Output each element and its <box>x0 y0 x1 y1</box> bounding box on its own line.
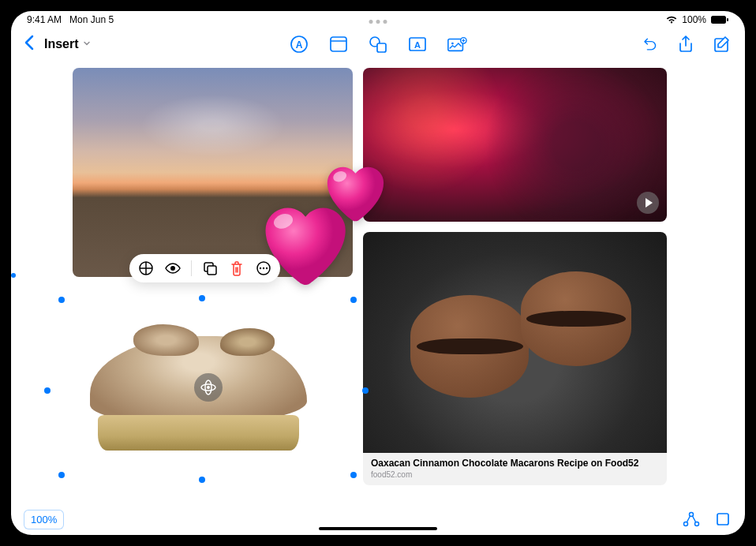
home-indicator[interactable] <box>319 527 437 530</box>
selection-handle[interactable] <box>44 387 51 394</box>
selection-handle[interactable] <box>350 297 357 303</box>
svg-rect-1 <box>727 18 728 21</box>
pie-crust <box>98 415 299 451</box>
zoom-label: 100% <box>31 514 57 525</box>
share-button[interactable] <box>676 35 696 54</box>
svg-point-28 <box>266 267 268 269</box>
svg-point-30 <box>684 522 688 526</box>
battery-icon <box>710 15 729 24</box>
fit-icon[interactable] <box>713 510 732 529</box>
svg-text:A: A <box>414 40 421 50</box>
divider <box>191 260 192 276</box>
status-date: Mon Jun 5 <box>69 14 114 25</box>
bottom-bar: 100% <box>11 503 745 535</box>
svg-point-22 <box>170 266 175 271</box>
selection-handle[interactable] <box>362 387 369 394</box>
zoom-button[interactable]: 100% <box>24 510 64 529</box>
context-toolbar <box>129 254 280 282</box>
svg-text:A: A <box>296 39 303 50</box>
wifi-icon <box>665 15 678 24</box>
battery-percent: 100% <box>682 14 706 25</box>
canvas[interactable]: Oaxacan Cinnamon Chocolate Macarons Reci… <box>11 60 745 503</box>
svg-point-26 <box>260 267 261 269</box>
selection-handle[interactable] <box>199 477 205 483</box>
link-preview-card[interactable]: Oaxacan Cinnamon Chocolate Macarons Reci… <box>363 453 667 485</box>
undo-button[interactable] <box>639 35 660 54</box>
compose-button[interactable] <box>712 35 732 54</box>
link-title: Oaxacan Cinnamon Chocolate Macarons Reci… <box>371 458 659 469</box>
svg-point-29 <box>690 513 694 517</box>
link-domain: food52.com <box>371 470 659 479</box>
board-title-button[interactable]: Insert <box>44 37 92 51</box>
app-toolbar: Insert A A <box>11 28 745 60</box>
svg-rect-7 <box>377 43 386 52</box>
text-style-button[interactable]: A <box>289 35 309 54</box>
duplicate-icon[interactable] <box>201 260 219 277</box>
photo-macarons[interactable] <box>363 232 667 453</box>
selection-handle[interactable] <box>199 295 205 301</box>
text-box-button[interactable]: A <box>407 35 428 54</box>
canvas-edge-handle[interactable] <box>11 273 16 278</box>
svg-rect-24 <box>208 266 216 275</box>
status-time: 9:41 AM <box>27 14 62 25</box>
back-button[interactable] <box>24 35 35 54</box>
view-icon[interactable] <box>164 260 182 277</box>
rotate-3d-icon[interactable] <box>194 373 223 402</box>
svg-point-11 <box>451 43 454 45</box>
shapes-button[interactable] <box>368 35 388 54</box>
macaron-shape <box>410 295 529 398</box>
multitask-indicator[interactable] <box>369 20 387 24</box>
media-button[interactable] <box>447 35 467 54</box>
more-icon[interactable] <box>255 260 272 277</box>
delete-icon[interactable] <box>228 260 245 277</box>
chevron-down-icon <box>82 37 92 51</box>
svg-point-31 <box>695 522 699 526</box>
board-title: Insert <box>44 37 79 51</box>
connections-icon[interactable] <box>682 510 701 529</box>
video-party[interactable] <box>363 68 667 222</box>
svg-rect-4 <box>331 37 346 51</box>
svg-rect-32 <box>717 514 728 525</box>
object-pie-3d[interactable] <box>58 297 358 478</box>
svg-point-27 <box>263 267 264 269</box>
note-button[interactable] <box>328 35 349 54</box>
screen: 9:41 AM Mon Jun 5 100% Insert <box>11 11 745 535</box>
status-bar: 9:41 AM Mon Jun 5 100% <box>11 11 745 28</box>
play-button[interactable] <box>637 192 659 214</box>
svg-rect-0 <box>711 16 726 24</box>
macaron-shape <box>521 271 631 366</box>
ipad-frame: 9:41 AM Mon Jun 5 100% Insert <box>0 0 756 546</box>
adjust-icon[interactable] <box>137 260 155 277</box>
selection-handle[interactable] <box>58 472 65 478</box>
svg-point-16 <box>207 386 210 389</box>
selection-handle[interactable] <box>350 472 357 478</box>
selection-handle[interactable] <box>58 297 65 303</box>
